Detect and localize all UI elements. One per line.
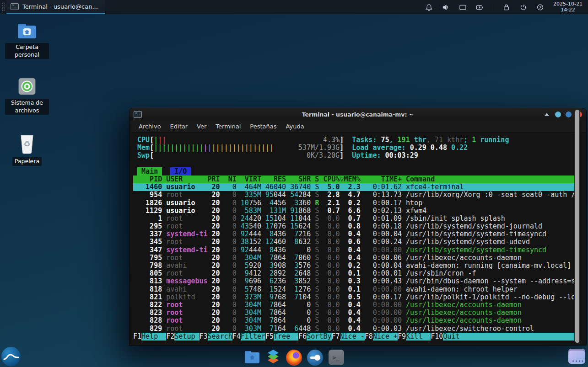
display-icon[interactable] bbox=[459, 4, 467, 11]
process-row-823[interactable]: 823 root 20 0 304M 7864 0 S 0.0 0.4 0:00… bbox=[133, 309, 574, 317]
process-row-347[interactable]: 347 systemd-ti 20 0 92444 8436 0 S 0.0 0… bbox=[133, 246, 574, 254]
fkey-label-help[interactable]: Help bbox=[141, 333, 166, 340]
fkey-f10[interactable]: F10 bbox=[431, 333, 443, 340]
fkey-label-nice[interactable]: Nice + bbox=[373, 333, 398, 340]
process-row-821[interactable]: 821 polkitd 20 0 373M 9768 7104 S 0.0 0.… bbox=[133, 293, 574, 301]
process-row-1[interactable]: 1 root 20 0 24420 15104 11044 S 0.0 0.7 … bbox=[133, 215, 574, 223]
fkey-f8[interactable]: F8 bbox=[365, 333, 373, 340]
swp-meter: 0K/3.20G bbox=[154, 152, 340, 160]
process-row-805[interactable]: 805 root 20 0 9412 2892 2648 S 0.0 0.1 0… bbox=[133, 270, 574, 277]
process-row-954[interactable]: 954 root 20 0 335M 95044 54284 S 2.8 4.7… bbox=[133, 191, 574, 199]
scrollbar[interactable] bbox=[575, 110, 579, 343]
show-desktop-button[interactable] bbox=[568, 349, 585, 364]
fkey-label-kill[interactable]: Kill bbox=[406, 333, 431, 340]
process-row-795[interactable]: 795 root 20 0 304M 7864 7060 S 0.0 0.4 0… bbox=[133, 254, 574, 262]
fkey-f7[interactable]: F7 bbox=[332, 333, 340, 340]
home-folder-icon bbox=[16, 22, 38, 40]
notifications-icon[interactable] bbox=[425, 4, 433, 11]
window-titlebar[interactable]: Terminal - usuario@canaima-mv: ~ bbox=[129, 108, 586, 120]
fkey-label-filter[interactable]: Filter bbox=[241, 333, 265, 340]
clock-time: 14:22 bbox=[553, 7, 583, 13]
process-row-822[interactable]: 822 root 20 0 304M 7864 0 S 0.0 0.4 0:00… bbox=[133, 301, 574, 309]
dock bbox=[244, 349, 345, 366]
process-table-header[interactable]: PID USER PRI NI VIRT RES SHR S CPU%▽MEM%… bbox=[133, 176, 574, 183]
screen-lock-icon[interactable] bbox=[502, 4, 510, 11]
session-menu-icon[interactable] bbox=[536, 4, 544, 11]
firefox-icon bbox=[286, 350, 302, 366]
htop-tabs: Main I/O bbox=[133, 168, 586, 176]
process-row-1460[interactable]: 1460 usuario 20 0 464M 46040 36740 S 5.0… bbox=[133, 183, 574, 191]
tab-io[interactable]: I/O bbox=[170, 167, 191, 176]
fkey-label-search[interactable]: Search bbox=[208, 333, 232, 340]
fkey-f2[interactable]: F2 bbox=[166, 333, 174, 340]
process-row-828[interactable]: 828 root 20 0 304M 7864 0 S 0.0 0.4 0:00… bbox=[133, 317, 574, 324]
cpu-meter: |||4.3% bbox=[154, 136, 340, 144]
process-row-829[interactable]: 829 root 20 0 303M 7164 6448 S 0.0 0.4 0… bbox=[133, 325, 574, 333]
fkey-f4[interactable]: F4 bbox=[232, 333, 241, 340]
terminal-icon bbox=[11, 3, 19, 10]
fkey-label-sortby[interactable]: SortBy bbox=[307, 333, 331, 340]
desktop-icon-home[interactable]: Carpeta personal bbox=[0, 22, 54, 59]
file-manager-icon bbox=[244, 350, 260, 365]
clock-date: 2025-10-21 bbox=[553, 1, 583, 7]
dock-canaima-control[interactable] bbox=[307, 349, 324, 366]
desktop-icon-label: Carpeta personal bbox=[5, 43, 49, 59]
menu-terminal[interactable]: Terminal bbox=[211, 122, 245, 131]
svg-text:♻: ♻ bbox=[23, 139, 30, 149]
tab-main[interactable]: Main bbox=[137, 167, 162, 176]
mem-meter-line: Mem[|||||||||||||||||||||||||||||537M/1.… bbox=[133, 144, 586, 152]
fkey-label-nice[interactable]: Nice - bbox=[340, 333, 365, 340]
desktop: { "colors":{"terminal_bg":"#141414","cya… bbox=[0, 0, 588, 367]
process-row-337[interactable]: 337 systemd-ti 20 0 92444 8436 7216 S 0.… bbox=[133, 230, 574, 238]
fkey-f5[interactable]: F5 bbox=[265, 333, 274, 340]
maximize-button[interactable] bbox=[566, 112, 572, 117]
blank-line bbox=[133, 160, 586, 168]
menu-ayuda[interactable]: Ayuda bbox=[281, 122, 309, 131]
taskbar-item-terminal[interactable]: Terminal - usuario@can... bbox=[6, 0, 105, 14]
swp-meter-value: 0K/3.20G bbox=[307, 152, 340, 160]
start-menu-button[interactable] bbox=[1, 347, 21, 366]
desktop-icon-label: Papelera bbox=[12, 157, 42, 166]
desktop-icon-label: Sistema de archivos bbox=[5, 99, 49, 115]
menu-ver[interactable]: Ver bbox=[192, 122, 211, 131]
dock-terminal[interactable] bbox=[328, 349, 345, 366]
clock[interactable]: 2025-10-21 14:22 bbox=[553, 1, 583, 13]
uptime-summary: Uptime: 00:03:29 bbox=[352, 152, 418, 160]
top-panel: Terminal - usuario@can... bbox=[0, 0, 588, 14]
fkey-label-tree[interactable]: Tree bbox=[274, 333, 298, 340]
fkey-f3[interactable]: F3 bbox=[200, 333, 208, 340]
power-icon[interactable] bbox=[519, 4, 527, 11]
process-row-345[interactable]: 345 root 20 0 38152 12460 8632 S 0.0 0.6… bbox=[133, 238, 574, 246]
cpu-meter-value: 4.3% bbox=[323, 136, 340, 144]
dock-software[interactable] bbox=[265, 349, 281, 366]
process-row-295[interactable]: 295 root 20 0 43540 17076 15624 S 0.0 0.… bbox=[133, 223, 574, 230]
panel-handle[interactable] bbox=[1, 2, 5, 12]
process-row-818[interactable]: 818 avahi 20 0 5748 1524 1276 S 0.0 0.1 … bbox=[133, 286, 574, 293]
trash-icon: ♻ bbox=[16, 133, 38, 154]
dock-firefox[interactable] bbox=[286, 349, 302, 366]
tray-separator bbox=[493, 4, 493, 11]
process-row-1826[interactable]: 1826 usuario 20 0 10756 4456 3360 R 2.1 … bbox=[133, 199, 574, 207]
volume-icon[interactable] bbox=[442, 4, 450, 11]
desktop-icon-trash[interactable]: ♻ Papelera bbox=[0, 133, 54, 166]
fkey-label-setup[interactable]: Setup bbox=[174, 333, 199, 340]
menu-editar[interactable]: Editar bbox=[166, 122, 193, 131]
cpu-meter-line: CPU[|||4.3%] Tasks: 75, 191 thr, 71 kthr… bbox=[133, 136, 586, 144]
fkey-f1[interactable]: F1 bbox=[133, 333, 141, 340]
terminal-window: Terminal - usuario@canaima-mv: ~ Archivo… bbox=[129, 108, 586, 345]
process-row-1129[interactable]: 1129 usuario 20 0 583M 131M 91868 S 0.7 … bbox=[133, 207, 574, 215]
menu-pestañas[interactable]: Pestañas bbox=[245, 122, 281, 131]
system-tray: 2025-10-21 14:22 bbox=[425, 1, 588, 13]
process-row-813[interactable]: 813 messagebus 20 0 9696 6236 3852 S 0.0… bbox=[133, 277, 574, 285]
fkey-label-quit[interactable]: Quit bbox=[443, 333, 468, 340]
desktop-icon-filesystem[interactable]: Sistema de archivos bbox=[0, 77, 54, 115]
process-row-798[interactable]: 798 avahi 20 0 5920 3908 3576 S 0.0 0.2 … bbox=[133, 262, 574, 270]
fkey-f9[interactable]: F9 bbox=[398, 333, 406, 340]
minimize-button[interactable] bbox=[555, 112, 561, 117]
fkey-f6[interactable]: F6 bbox=[298, 333, 307, 340]
shade-icon[interactable] bbox=[545, 113, 549, 116]
menu-archivo[interactable]: Archivo bbox=[134, 122, 166, 131]
dock-file-manager[interactable] bbox=[244, 349, 260, 366]
battery-icon[interactable] bbox=[476, 4, 484, 11]
terminal-dock-icon bbox=[329, 350, 344, 365]
